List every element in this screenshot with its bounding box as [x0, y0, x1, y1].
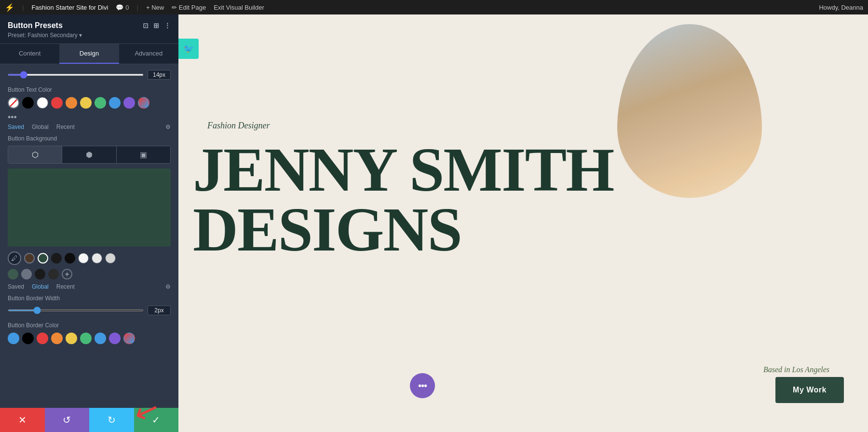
border-color-orange[interactable]: [51, 333, 63, 344]
bg-swatch-nearwhite[interactable]: [78, 253, 89, 264]
font-size-slider-row: 14px: [8, 70, 171, 80]
text-color-settings[interactable]: ⚙: [165, 124, 171, 130]
text-color-orange[interactable]: [66, 97, 77, 109]
font-size-value: 14px: [148, 70, 171, 80]
sidebar-content: 14px Button Text Color ••• Saved Global …: [0, 64, 178, 432]
border-color-red[interactable]: [37, 333, 48, 344]
text-color-transparent[interactable]: [8, 97, 19, 109]
edit-page-link[interactable]: ✏ Edit Page: [172, 4, 206, 11]
hero-section: Fashion Designer JENNY SMITH DESIGNS Bas…: [178, 14, 868, 432]
hero-subtitle: Fashion Designer: [207, 121, 270, 131]
bg-swatch-2-2[interactable]: [21, 269, 32, 279]
text-color-blue[interactable]: [109, 97, 121, 109]
my-work-button[interactable]: My Work: [775, 377, 844, 403]
border-color-black[interactable]: [22, 333, 34, 344]
border-color-yellow[interactable]: [66, 333, 77, 344]
text-color-recent-tab[interactable]: Recent: [56, 124, 75, 130]
button-border-width-label: Button Border Width: [8, 295, 171, 302]
text-color-swatches: [8, 97, 171, 109]
tab-content[interactable]: Content: [0, 44, 59, 64]
font-size-slider[interactable]: [8, 74, 144, 76]
text-color-white[interactable]: [37, 97, 48, 109]
border-color-pencil[interactable]: [123, 333, 135, 344]
divi-sidebar-toggle[interactable]: 🐦: [178, 39, 199, 59]
sidebar-header: Button Presets ⊡ ⊞ ⋮ Preset: Fashion Sec…: [0, 14, 178, 44]
bg-color-preview[interactable]: [8, 168, 171, 247]
border-color-green[interactable]: [80, 333, 92, 344]
bg-color-settings[interactable]: ⚙: [165, 283, 171, 290]
border-color-blue2[interactable]: [95, 333, 106, 344]
bg-swatch-2-4[interactable]: [48, 269, 59, 279]
bg-swatch-darkgreen[interactable]: [38, 253, 48, 264]
bg-color-recent-tab[interactable]: Recent: [56, 283, 75, 290]
columns-icon[interactable]: ⊞: [153, 22, 159, 29]
bg-color-swatches-row2: +: [8, 269, 171, 279]
undo-button[interactable]: ↺: [45, 408, 90, 432]
hero-name: JENNY SMITH DESIGNS: [193, 140, 854, 259]
text-color-black[interactable]: [22, 97, 34, 109]
top-bar: ⚡ | Fashion Starter Site for Divi 💬 0 | …: [0, 0, 868, 14]
button-bg-label: Button Background: [8, 135, 171, 142]
preset-label[interactable]: Preset: Fashion Secondary ▾: [8, 32, 171, 39]
hero-location: Based in Los Angeles: [763, 365, 829, 374]
add-color-button[interactable]: +: [62, 269, 72, 279]
text-color-tabs: Saved Global Recent ⚙: [8, 124, 171, 130]
bg-swatch-brown[interactable]: [24, 253, 35, 264]
border-width-slider[interactable]: [8, 309, 144, 311]
redo-button[interactable]: ↻: [89, 408, 134, 432]
sidebar-panel: Button Presets ⊡ ⊞ ⋮ Preset: Fashion Sec…: [0, 14, 178, 432]
more-colors-dots[interactable]: •••: [8, 112, 17, 122]
border-color-purple[interactable]: [109, 333, 121, 344]
border-color-swatches: [8, 333, 171, 344]
wordpress-logo[interactable]: ⚡: [5, 3, 14, 12]
border-width-value: 2px: [148, 306, 171, 315]
cancel-button[interactable]: ✕: [0, 408, 45, 432]
tab-advanced[interactable]: Advanced: [119, 44, 178, 64]
text-color-purple[interactable]: [123, 97, 135, 109]
comment-count[interactable]: 💬 0: [116, 4, 129, 11]
bottom-action-bar: ✕ ↺ ↻ ✓: [0, 408, 178, 432]
text-color-yellow[interactable]: [80, 97, 92, 109]
comment-icon: 💬: [116, 4, 123, 11]
bg-color-global-tab[interactable]: Global: [32, 283, 49, 290]
user-howdy: Howdy, Deanna: [819, 4, 863, 11]
exit-visual-builder-link[interactable]: Exit Visual Builder: [214, 4, 264, 11]
dots-menu-button[interactable]: •••: [410, 373, 435, 398]
bg-swatch-2-1[interactable]: [8, 269, 18, 279]
bg-swatch-black[interactable]: [65, 253, 75, 264]
bg-color-picker-icon[interactable]: 🖊: [8, 251, 21, 265]
bg-swatch-nearblack[interactable]: [51, 253, 62, 264]
bg-type-row: ⬡ ⬢ ▣: [8, 146, 171, 164]
panel-title: Button Presets ⊡ ⊞ ⋮: [8, 21, 171, 30]
bg-swatch-lightgray[interactable]: [92, 253, 102, 264]
save-button[interactable]: ✓: [134, 408, 179, 432]
button-text-color-label: Button Text Color: [8, 86, 171, 93]
site-name[interactable]: Fashion Starter Site for Divi: [31, 4, 108, 11]
bg-swatch-gray[interactable]: [105, 253, 116, 264]
bg-color-swatches-row: 🖊: [8, 251, 171, 265]
sidebar-tabs: Content Design Advanced: [0, 44, 178, 64]
main-content-area: 🐦 Fashion Designer JENNY SMITH DESIGNS B…: [178, 14, 868, 432]
bg-gradient-btn[interactable]: ⬢: [62, 146, 116, 163]
text-color-green[interactable]: [95, 97, 106, 109]
new-link[interactable]: + New: [146, 4, 164, 11]
border-width-slider-row: 2px: [8, 306, 171, 315]
text-color-global-tab[interactable]: Global: [32, 124, 49, 130]
bg-swatch-2-3[interactable]: [35, 269, 45, 279]
text-color-pencil[interactable]: [138, 97, 149, 109]
border-color-blue-active[interactable]: [8, 333, 19, 344]
bg-solid-btn[interactable]: ⬡: [8, 146, 62, 163]
more-options-icon[interactable]: ⋮: [164, 22, 171, 29]
bg-color-tabs: Saved Global Recent ⚙: [8, 283, 171, 290]
tab-design[interactable]: Design: [59, 44, 119, 64]
bg-image-btn[interactable]: ▣: [117, 146, 170, 163]
text-color-saved-tab[interactable]: Saved: [8, 124, 24, 130]
bg-color-saved-tab[interactable]: Saved: [8, 283, 24, 290]
text-color-red[interactable]: [51, 97, 63, 109]
button-border-color-label: Button Border Color: [8, 322, 171, 329]
focus-icon[interactable]: ⊡: [143, 22, 149, 29]
